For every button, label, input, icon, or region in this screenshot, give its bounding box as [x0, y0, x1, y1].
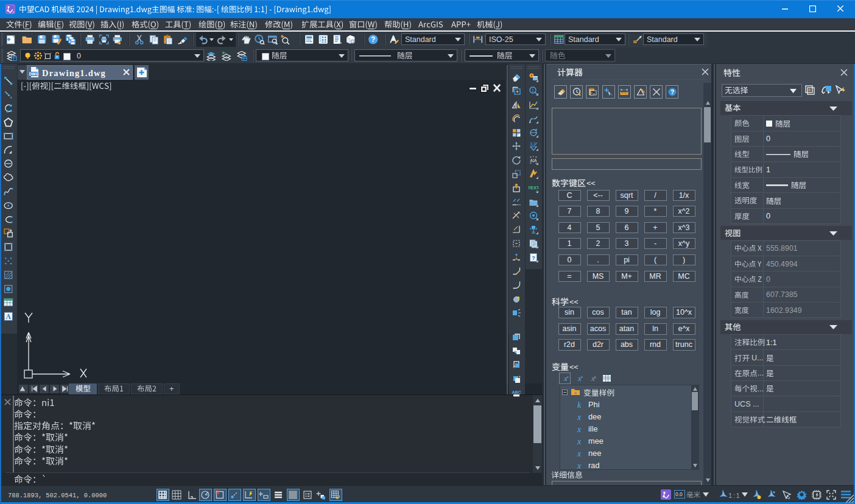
svg-text:+: + — [580, 374, 583, 380]
svg-text:?: ? — [371, 35, 375, 44]
svg-text:+: + — [566, 374, 569, 380]
svg-text:A: A — [6, 313, 12, 320]
svg-text:DWG: DWG — [29, 72, 38, 76]
svg-text:?: ? — [670, 89, 674, 96]
svg-text:ABC: ABC — [512, 390, 521, 394]
svg-text:x: x — [577, 413, 582, 421]
svg-text:x: x — [574, 390, 577, 396]
svg-text:x: x — [594, 374, 596, 380]
svg-text:k: k — [577, 401, 582, 409]
svg-text:x: x — [577, 461, 582, 470]
svg-text:x: x — [577, 449, 582, 458]
svg-text:x: x — [577, 425, 582, 433]
svg-text:x: x — [577, 437, 582, 446]
